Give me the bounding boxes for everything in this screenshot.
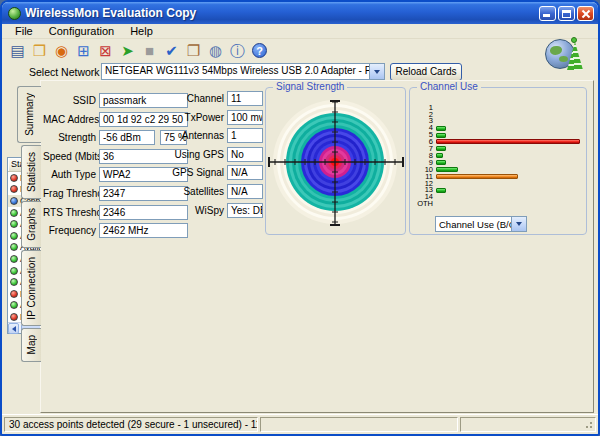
toolbar: ▤❒◉⊞⊠➤■✔❐◍ⓘ?	[2, 40, 269, 61]
open-folder-button[interactable]: ❒	[30, 41, 49, 60]
field-gps-signal: GPS SignalN/A	[161, 165, 263, 180]
field-value-using-gps[interactable]: No	[227, 147, 263, 162]
channel-row-1: 1	[416, 104, 582, 111]
field-label-gps-signal: GPS Signal	[161, 167, 227, 178]
report-icon: ❐	[187, 43, 200, 58]
start-logging-button[interactable]: ➤	[118, 41, 137, 60]
field-value-antennas[interactable]: 1	[227, 128, 263, 143]
info-bubble-icon: ⓘ	[230, 43, 245, 58]
field-label-mac-address: MAC Address	[43, 114, 99, 125]
save-icon: ▤	[10, 43, 24, 58]
channel-use-title: Channel Use	[417, 81, 481, 92]
status-panel-2	[260, 417, 458, 432]
record-log-icon: ◉	[55, 43, 68, 58]
chevron-down-icon[interactable]	[511, 217, 526, 231]
tab-strip: SummaryStatisticsGraphsIP ConnectionMap	[17, 86, 41, 362]
field-label-satellites: Satellites	[161, 186, 227, 197]
tab-ip-connection[interactable]: IP Connection	[21, 250, 41, 327]
info-bubble-button[interactable]: ⓘ	[228, 41, 247, 60]
status-panel-1: 30 access points detected (29 secure - 1…	[4, 417, 258, 432]
field-value-satellites[interactable]: N/A	[227, 184, 263, 199]
channel-bar-10	[436, 167, 458, 172]
field-label-frequency: Frequency	[43, 225, 99, 236]
channel-bar-13	[436, 188, 446, 193]
help-button[interactable]: ?	[250, 41, 269, 60]
stop-logging-button[interactable]: ■	[140, 41, 159, 60]
chevron-down-icon[interactable]	[369, 64, 384, 79]
record-log-button[interactable]: ◉	[52, 41, 71, 60]
wirelessmon-logo	[545, 34, 585, 74]
summary-fields-right: Channel11TxPower100 mwAntennas1Using GPS…	[161, 91, 263, 221]
maximize-button[interactable]	[558, 6, 575, 21]
window-title: WirelessMon Evaluation Copy	[25, 6, 196, 20]
channel-use-select-value: Channel Use (B/G)	[436, 217, 511, 231]
status-text-1: 30 access points detected (29 secure - 1…	[9, 419, 258, 430]
network-card-row: Select Network Card NETGEAR WG111v3 54Mb…	[2, 63, 598, 81]
app-icon	[8, 7, 21, 20]
field-value-gps-signal[interactable]: N/A	[227, 165, 263, 180]
web-icon: ◍	[209, 43, 222, 58]
channel-row-2: 2	[416, 111, 582, 118]
field-value-channel[interactable]: 11	[227, 91, 263, 106]
menu-item-help[interactable]: Help	[122, 25, 161, 37]
status-panel-3	[460, 417, 596, 432]
title-bar: WirelessMon Evaluation Copy	[2, 2, 598, 24]
field-label-rts-threshold: RTS Threshold	[43, 207, 99, 218]
open-folder-icon: ❒	[33, 43, 46, 58]
start-logging-icon: ➤	[121, 43, 134, 58]
field-wispy: WiSpyYes: DBx	[161, 203, 263, 218]
field-txpower: TxPower100 mw	[161, 110, 263, 125]
web-button[interactable]: ◍	[206, 41, 225, 60]
channel-row-12: 12	[416, 180, 582, 187]
channel-row-5: 5	[416, 132, 582, 139]
wirelessmon-window: WirelessMon Evaluation Copy FileConfigur…	[0, 0, 600, 436]
field-value-wispy[interactable]: Yes: DBx	[227, 203, 263, 218]
field-value-frequency[interactable]: 2462 MHz	[99, 223, 188, 238]
field-label-txpower: TxPower	[161, 112, 227, 123]
network-card-select[interactable]: NETGEAR WG111v3 54Mbps Wireless USB 2.0 …	[101, 63, 385, 80]
resize-grip[interactable]	[582, 418, 594, 430]
report-button[interactable]: ❐	[184, 41, 203, 60]
tab-label-ip-connection: IP Connection	[26, 257, 37, 320]
tab-summary[interactable]: Summary	[17, 86, 41, 143]
menu-bar: FileConfigurationHelp	[2, 24, 598, 39]
network-card-button[interactable]: ⊞	[74, 41, 93, 60]
signal-strength-title: Signal Strength	[273, 81, 347, 92]
channel-bar-4	[436, 126, 446, 131]
network-card-icon: ⊞	[77, 43, 90, 58]
field-value-strength[interactable]: -56 dBm	[99, 130, 155, 145]
menu-item-file[interactable]: File	[7, 25, 41, 37]
tab-label-statistics: Statistics	[26, 152, 37, 192]
signal-strength-group: Signal Strength	[265, 87, 406, 235]
verify-button[interactable]: ✔	[162, 41, 181, 60]
channel-use-bars: 1234567891011121314OTH	[416, 104, 582, 207]
field-label-strength: Strength	[43, 132, 99, 143]
channel-row-14: 14	[416, 194, 582, 201]
minimize-button[interactable]	[539, 6, 556, 21]
reload-cards-button[interactable]: Reload Cards	[390, 63, 462, 81]
disconnect-card-button[interactable]: ⊠	[96, 41, 115, 60]
channel-use-select[interactable]: Channel Use (B/G)	[435, 216, 527, 232]
menu-item-configuration[interactable]: Configuration	[41, 25, 122, 37]
verify-icon: ✔	[165, 43, 178, 58]
channel-bar-11	[436, 174, 518, 179]
channel-bar-9	[436, 160, 446, 165]
tab-statistics[interactable]: Statistics	[21, 145, 41, 199]
save-button[interactable]: ▤	[8, 41, 27, 60]
channel-row-13: 13	[416, 187, 582, 194]
signal-strength-radar	[267, 98, 405, 228]
tab-map[interactable]: Map	[21, 328, 41, 361]
field-value-txpower[interactable]: 100 mw	[227, 110, 263, 125]
field-label-frag-threshold: Frag Threshold	[43, 188, 99, 199]
channel-use-group: Channel Use 1234567891011121314OTH Chann…	[409, 87, 587, 235]
channel-row-9: 9	[416, 159, 582, 166]
channel-row-11: 11	[416, 173, 582, 180]
field-satellites: SatellitesN/A	[161, 184, 263, 199]
tab-graphs[interactable]: Graphs	[21, 201, 41, 248]
channel-row-10: 10	[416, 166, 582, 173]
field-label-using-gps: Using GPS	[161, 149, 227, 160]
tab-label-summary: Summary	[24, 93, 35, 136]
channel-row-3: 3	[416, 118, 582, 125]
close-button[interactable]	[577, 6, 594, 21]
status-bar: 30 access points detected (29 secure - 1…	[2, 414, 598, 434]
